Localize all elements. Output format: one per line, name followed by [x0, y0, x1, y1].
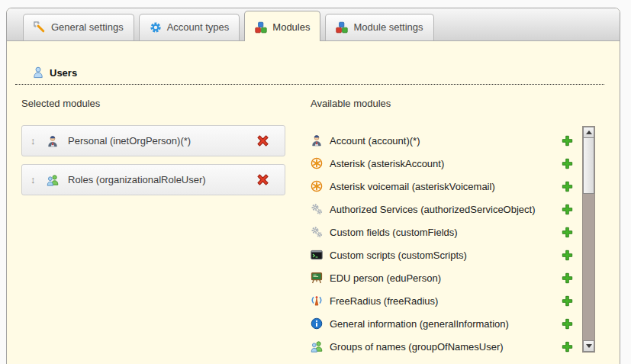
section-title: Users: [50, 67, 77, 79]
available-module-label: Asterisk (asteriskAccount): [330, 158, 444, 169]
scroll-up-button[interactable]: [583, 127, 594, 138]
user-icon: [32, 66, 44, 79]
available-module-label: FreeRadius (freeRadius): [330, 295, 438, 307]
down-arrow-icon: [586, 344, 592, 348]
config-tabs-widget: General settings Account types Modules M…: [6, 8, 620, 364]
available-module-row: FreeRadius (freeRadius): [311, 289, 576, 312]
available-modules-column: Available modules Account (account)(*) A…: [311, 98, 595, 358]
tab-general-settings[interactable]: General settings: [23, 14, 134, 40]
gear-icon: [150, 21, 162, 34]
scrollbar-thumb[interactable]: [583, 138, 594, 194]
available-module-row: Custom scripts (customScripts): [311, 243, 576, 266]
selected-module-label: Roles (organizationalRoleUser): [68, 174, 206, 185]
available-module-label: Asterisk voicemail (asteriskVoicemail): [330, 181, 495, 192]
selected-modules-label: Selected modules: [21, 98, 293, 109]
wrench-icon: [34, 21, 46, 34]
gears-icon: [311, 203, 323, 215]
selected-module-row[interactable]: ↕ Personal (inetOrgPerson)(*): [21, 125, 285, 156]
available-modules-list: Account (account)(*) Asterisk (asteriskA…: [311, 129, 576, 358]
tab-label: Module settings: [353, 21, 423, 34]
modules-icon: [336, 21, 348, 34]
selected-module-label: Personal (inetOrgPerson)(*): [68, 135, 191, 147]
add-module-button[interactable]: [562, 158, 573, 169]
available-module-row: Custom fields (customFields): [311, 221, 576, 243]
available-module-label: EDU person (eduPerson): [330, 272, 441, 284]
available-modules-scrollbar[interactable]: [582, 126, 595, 353]
tab-module-settings[interactable]: Module settings: [325, 14, 433, 40]
info-icon: [311, 317, 323, 330]
tab-bar: General settings Account types Modules M…: [7, 8, 620, 41]
remove-module-button[interactable]: [256, 134, 269, 147]
available-module-label: Account (account)(*): [330, 135, 420, 147]
selected-modules-column: Selected modules ↕ Personal (inetOrgPers…: [21, 98, 293, 358]
add-module-button[interactable]: [562, 318, 573, 330]
tab-label: General settings: [51, 21, 124, 34]
available-module-row: Asterisk voicemail (asteriskVoicemail): [311, 175, 576, 198]
remove-module-button[interactable]: [256, 173, 269, 186]
drag-handle-icon[interactable]: ↕: [31, 174, 43, 185]
scroll-down-button[interactable]: [583, 340, 594, 352]
tab-account-types[interactable]: Account types: [139, 14, 240, 40]
available-module-row: Authorized Services (authorizedServiceOb…: [311, 198, 576, 221]
available-module-label: Custom fields (customFields): [330, 227, 458, 238]
available-module-row: Groups of names (groupOfNamesUser): [311, 335, 576, 358]
available-module-row: EDU person (eduPerson): [311, 266, 576, 289]
add-module-button[interactable]: [562, 135, 573, 147]
scrollbar-track[interactable]: [583, 194, 594, 340]
users-section-heading: Users: [15, 66, 604, 85]
modules-tab-panel: Users Selected modules ↕ Personal (inetO…: [7, 66, 620, 358]
up-arrow-icon: [586, 130, 592, 134]
available-module-label: Groups of names (groupOfNamesUser): [330, 341, 504, 353]
available-module-label: Custom scripts (customScripts): [330, 250, 467, 261]
drag-handle-icon[interactable]: ↕: [31, 135, 43, 147]
add-module-button[interactable]: [562, 295, 573, 307]
person-icon: [311, 134, 323, 147]
add-module-button[interactable]: [562, 204, 573, 215]
available-modules-label: Available modules: [311, 98, 576, 109]
add-module-button[interactable]: [562, 272, 573, 284]
available-module-row: Account (account)(*): [311, 129, 576, 152]
tab-modules[interactable]: Modules: [244, 11, 320, 41]
available-modules-wrap: Available modules Account (account)(*) A…: [311, 98, 576, 358]
selected-module-row[interactable]: ↕ Roles (organizationalRoleUser): [21, 164, 285, 195]
available-module-row: Asterisk (asteriskAccount): [311, 152, 576, 175]
modules-columns: Selected modules ↕ Personal (inetOrgPers…: [21, 98, 604, 358]
available-module-row: General information (generalInformation): [311, 312, 576, 335]
available-module-label: Authorized Services (authorizedServiceOb…: [330, 204, 536, 215]
asterisk-icon: [311, 157, 323, 169]
add-module-button[interactable]: [562, 341, 573, 353]
add-module-button[interactable]: [562, 181, 573, 192]
add-module-button[interactable]: [562, 250, 573, 261]
tab-label: Modules: [272, 21, 310, 34]
chalkboard-icon: [311, 272, 323, 284]
terminal-icon: [311, 249, 323, 261]
selected-modules-list: ↕ Personal (inetOrgPerson)(*) ↕ Roles (o…: [21, 125, 293, 195]
group-icon: [311, 340, 323, 353]
modules-icon: [255, 21, 267, 34]
gears-icon: [311, 226, 323, 238]
tab-label: Account types: [167, 21, 230, 34]
antenna-icon: [311, 295, 323, 307]
group-icon: [47, 174, 59, 186]
person-icon: [47, 135, 59, 147]
available-module-label: General information (generalInformation): [330, 318, 509, 330]
add-module-button[interactable]: [562, 227, 573, 238]
asterisk-icon: [311, 180, 323, 192]
